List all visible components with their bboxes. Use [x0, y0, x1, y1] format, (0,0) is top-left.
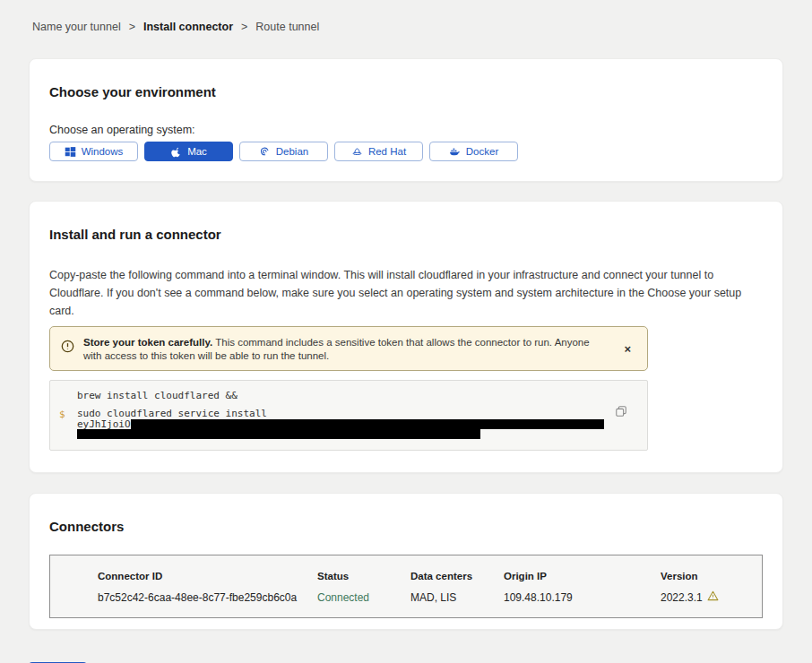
breadcrumb-name-your-tunnel[interactable]: Name your tunnel: [32, 21, 121, 33]
os-select-label: Choose an operating system:: [49, 124, 763, 137]
code-command-group: $ sudo cloudflared service install eyJhI…: [57, 409, 635, 439]
install-description: Copy-paste the following command into a …: [49, 266, 763, 320]
data-centers-value: MAD, LIS: [410, 591, 504, 605]
environment-card-title: Choose your environment: [49, 84, 763, 100]
connectors-card-title: Connectors: [49, 519, 763, 535]
os-button-mac[interactable]: Mac: [144, 142, 233, 161]
install-command-code-block: brew install cloudflared && $ sudo cloud…: [49, 380, 648, 451]
install-connector-card: Install and run a connector Copy-paste t…: [29, 201, 783, 473]
breadcrumb-install-connector[interactable]: Install connector: [143, 21, 233, 33]
os-button-label: Mac: [187, 146, 207, 157]
connector-id-value: b7c52c42-6caa-48ee-8c77-fbe259cb6c0a: [98, 591, 317, 605]
column-header-version: Version: [661, 570, 762, 582]
origin-ip-value: 109.48.10.179: [504, 591, 661, 605]
os-button-label: Red Hat: [368, 146, 406, 157]
token-prefix: eyJhIjoiO: [77, 419, 131, 429]
column-header-data-centers: Data centers: [410, 570, 504, 582]
os-button-debian[interactable]: Debian: [239, 142, 328, 161]
code-line-brew: brew install cloudflared &&: [57, 390, 635, 402]
main-content: Choose your environment Choose an operat…: [29, 58, 783, 630]
connectors-card: Connectors Connector ID Status Data cent…: [29, 493, 783, 630]
debian-icon: [259, 146, 271, 158]
version-cell: 2022.3.1: [661, 590, 762, 605]
column-header-origin-ip: Origin IP: [504, 570, 661, 582]
code-line-token-2: [77, 429, 635, 439]
column-header-status: Status: [317, 570, 410, 582]
os-button-label: Docker: [466, 146, 498, 157]
os-button-label: Windows: [82, 146, 124, 157]
os-button-docker[interactable]: Docker: [429, 142, 518, 161]
token-warning-banner: Store your token carefully. This command…: [49, 326, 648, 371]
warning-triangle-icon: [707, 590, 719, 605]
version-value: 2022.3.1: [661, 591, 703, 605]
token-warning-text: Store your token carefully. This command…: [83, 334, 609, 363]
connectors-table: Connector ID Status Data centers Origin …: [49, 555, 763, 618]
shell-prompt: $: [59, 409, 65, 420]
token-redaction-bar: [77, 429, 480, 439]
copy-icon[interactable]: [615, 405, 627, 418]
breadcrumb: Name your tunnel > Install connector > R…: [0, 0, 812, 33]
breadcrumb-separator: >: [241, 21, 247, 33]
code-line-sudo: sudo cloudflared service install: [77, 409, 635, 419]
os-button-group: Windows Mac Debian: [49, 142, 763, 161]
windows-icon: [65, 146, 76, 158]
status-badge: Connected: [317, 591, 410, 605]
redhat-icon: [351, 146, 363, 158]
environment-card: Choose your environment Choose an operat…: [29, 58, 783, 182]
table-row: b7c52c42-6caa-48ee-8c77-fbe259cb6c0a Con…: [50, 590, 762, 605]
token-redaction-bar: [131, 419, 604, 429]
code-line-token: eyJhIjoiO: [77, 419, 635, 429]
column-header-connector-id: Connector ID: [98, 570, 317, 582]
os-button-windows[interactable]: Windows: [49, 142, 138, 161]
install-card-title: Install and run a connector: [49, 227, 763, 243]
alert-circle-icon: [61, 340, 74, 357]
breadcrumb-separator: >: [129, 21, 135, 33]
connectors-table-header: Connector ID Status Data centers Origin …: [50, 570, 762, 582]
token-warning-bold: Store your token carefully.: [83, 337, 212, 348]
os-button-redhat[interactable]: Red Hat: [334, 142, 423, 161]
docker-icon: [449, 146, 461, 158]
apple-icon: [170, 146, 182, 158]
os-button-label: Debian: [276, 146, 308, 157]
breadcrumb-route-tunnel[interactable]: Route tunnel: [255, 21, 319, 33]
close-icon[interactable]: ×: [618, 340, 636, 357]
